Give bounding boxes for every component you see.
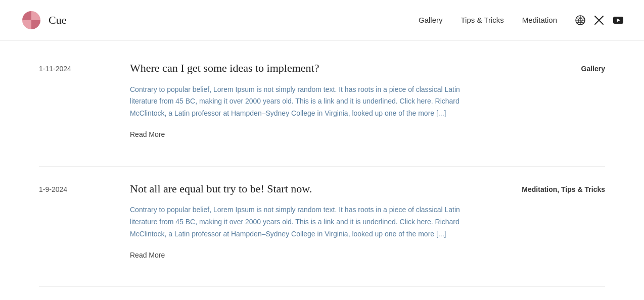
- read-more-link[interactable]: Read More: [130, 129, 165, 140]
- post-excerpt: Contrary to popular belief, Lorem Ipsum …: [130, 204, 484, 240]
- read-more-link[interactable]: Read More: [130, 249, 165, 261]
- site-name: Cue: [49, 11, 66, 29]
- post-item: 1-9-2024 Not all are equal but try to be…: [39, 182, 605, 282]
- post-date: 1-9-2024: [39, 182, 120, 262]
- post-title: Not all are equal but try to be! Start n…: [130, 182, 484, 196]
- category-label[interactable]: Meditation, Tips & Tricks: [522, 185, 605, 193]
- social-icons: [575, 15, 624, 25]
- nav-tips-tricks[interactable]: Tips & Tricks: [461, 14, 503, 26]
- twitter-x-icon[interactable]: [594, 16, 604, 25]
- post-divider: [39, 166, 605, 167]
- nav-meditation[interactable]: Meditation: [522, 14, 557, 26]
- post-divider: [39, 286, 605, 287]
- post-content: Where can I get some ideas to implement?…: [130, 61, 494, 141]
- category-label[interactable]: Gallery: [581, 65, 605, 73]
- post-excerpt: Contrary to popular belief, Lorem Ipsum …: [130, 84, 484, 120]
- post-categories: Gallery: [504, 61, 605, 141]
- post-item: 1-11-2024 Where can I get some ideas to …: [39, 61, 605, 161]
- post-content: Not all are equal but try to be! Start n…: [130, 182, 494, 262]
- site-logo[interactable]: Cue: [20, 9, 66, 31]
- nav-gallery[interactable]: Gallery: [419, 14, 443, 26]
- main-content: 1-11-2024 Where can I get some ideas to …: [19, 41, 625, 300]
- post-categories: Meditation, Tips & Tricks: [504, 182, 605, 262]
- youtube-icon[interactable]: [613, 16, 624, 24]
- post-title: Where can I get some ideas to implement?: [130, 61, 484, 76]
- logo-icon: [20, 9, 42, 31]
- wordpress-icon[interactable]: [575, 15, 585, 25]
- post-date: 1-11-2024: [39, 61, 120, 141]
- main-nav: Gallery Tips & Tricks Meditation: [419, 14, 624, 26]
